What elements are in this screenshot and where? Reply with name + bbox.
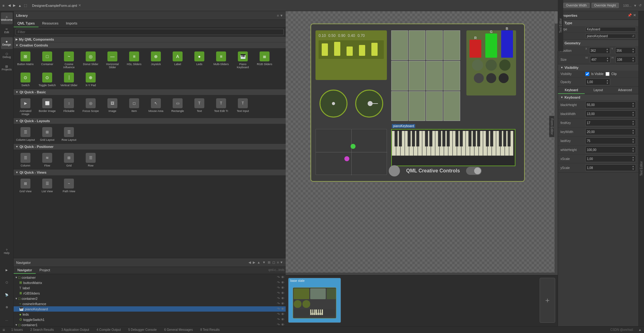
component-leds[interactable]: ● Leds [189, 50, 210, 70]
debug-button[interactable]: ⬡ Debug [1, 50, 13, 61]
tree-item-container[interactable]: ▼ □ container ↷ 👁 [14, 275, 286, 280]
component-cosine-influence[interactable]: ~ Cosine Influence [58, 50, 79, 70]
ts-action-2[interactable]: 👁 [281, 317, 284, 322]
tree-item-cosine-influence[interactable]: ~ cosineInfluence ↷ 👁 [14, 301, 286, 306]
ts-action-1[interactable]: ↷ [277, 317, 280, 322]
container-action-2[interactable]: 👁 [281, 275, 284, 279]
c2-action-2[interactable]: 👁 [281, 296, 284, 300]
rgb-action-2[interactable]: 👁 [281, 291, 284, 295]
visibility-section-header[interactable]: ▼ Visibility [558, 64, 638, 71]
toggle-switch-bottom[interactable] [466, 167, 482, 175]
component-item[interactable]: ◻ Item [124, 96, 145, 117]
keywidth-spin[interactable]: ▲▼ [632, 129, 634, 135]
component-grid-view[interactable]: ⊞ Grid View [15, 177, 36, 194]
component-rgb-sliders[interactable]: ≣ RGB Sliders [254, 50, 275, 70]
tree-item-rgb-sliders[interactable]: ≣ rGBSliders ↷ 👁 [14, 291, 286, 296]
prop-x-value[interactable]: 362 ▲▼ [589, 47, 610, 54]
prop-keywidth-value[interactable]: 20,00 ▲▼ [585, 128, 636, 135]
tab-resources[interactable]: Resources [39, 20, 62, 27]
settings-button[interactable]: ⚙ [1, 301, 13, 313]
library-menu-icon[interactable]: ≡ ▼ [277, 14, 283, 17]
section-qt-quick-layouts[interactable]: ▼ Qt Quick - Layouts [14, 118, 286, 124]
bottom-debug-button[interactable]: ⬡ [1, 277, 13, 288]
status-debugger[interactable]: 5 Debugger Console [127, 328, 158, 331]
component-joystick[interactable]: ⊕ Joystick [145, 50, 166, 70]
container-action-1[interactable]: ↷ [277, 275, 280, 279]
nav-tab-navigator[interactable]: Navigator [14, 267, 36, 274]
component-label[interactable]: A Label [167, 50, 188, 70]
status-arrow-up-icon[interactable]: ▲ [638, 328, 642, 331]
component-donut-slider[interactable]: ◎ Donut Slider [80, 50, 101, 70]
app-menu[interactable]: ≡ [2, 4, 4, 7]
component-list-view[interactable]: ☰ List View [37, 177, 58, 194]
bm-action-1[interactable]: ↷ [277, 281, 280, 285]
c2-action-1[interactable]: ↷ [277, 296, 280, 300]
more-button[interactable]: … [1, 314, 13, 326]
nav-ctrl-up[interactable]: ▲ [257, 260, 261, 264]
text-editor-tab[interactable]: Text Editor [638, 11, 644, 326]
canvas-scrollbar-v[interactable] [555, 11, 558, 273]
component-toggle-switch[interactable]: ⊙ Toggle Switch [37, 71, 58, 88]
component-switch[interactable]: ⊙ Switch [15, 71, 36, 88]
section-qt-quick-views[interactable]: ▼ Qt Quick - Views [14, 170, 286, 175]
leds-action-2[interactable]: 👁 [281, 312, 284, 316]
visibility-checkbox[interactable] [585, 72, 589, 76]
firstkey-spin[interactable]: ▲▼ [632, 120, 634, 126]
projects-button[interactable]: ▤ Projects [1, 62, 13, 74]
component-piano-keyboard[interactable]: 🎹 Piano Keyboard [232, 50, 253, 70]
lbl-action-1[interactable]: ↷ [277, 286, 280, 290]
nav-tab-project[interactable]: Project [36, 267, 54, 274]
component-focus-scope[interactable]: ◎ Focus Scope [80, 96, 101, 117]
tree-item-toggle-switch[interactable]: ⊙ toggleSwitch1 ↷ 👁 [14, 317, 286, 322]
yscale-spin[interactable]: ▲▼ [632, 165, 634, 171]
component-container[interactable]: □ Container [37, 50, 58, 70]
prop-y-value[interactable]: 356 ▲▼ [615, 47, 636, 54]
ci-action-2[interactable]: 👁 [281, 302, 284, 306]
pk-action-2[interactable]: 👁 [281, 307, 284, 311]
prop-tab-layout[interactable]: Layout [585, 87, 611, 94]
component-column-layout[interactable]: ☰ Column Layout [15, 125, 36, 143]
component-flickable[interactable]: ↕ Flickable [58, 96, 79, 117]
nav-ctrl-forward[interactable]: ▶ [253, 260, 255, 264]
clip-checkbox[interactable] [605, 72, 610, 76]
component-xy-pad[interactable]: ⊕ X-Y Pad [80, 71, 101, 88]
tree-item-piano-keyboard[interactable]: 🎹 pianoKeyboard ↷ 👁 [14, 306, 286, 312]
prop-tab-advanced[interactable]: Advanced [612, 87, 638, 94]
nav-up[interactable]: ▲ [18, 4, 21, 7]
prop-id-value[interactable]: pianoKeyboard ↺ [585, 34, 636, 38]
nav-ctrl-add[interactable]: ⊞ [268, 260, 270, 264]
component-column[interactable]: ☰ Column [15, 151, 36, 168]
xscale-spin[interactable]: ▲▼ [632, 156, 634, 162]
override-width-button[interactable]: Override Width [563, 3, 590, 8]
override-height-button[interactable]: Override Height [592, 3, 619, 8]
status-general[interactable]: 6 General Messages [163, 328, 194, 331]
prop-id-reset-icon[interactable]: ↺ [632, 34, 634, 38]
component-grid[interactable]: ⊞ Grid [58, 151, 79, 168]
status-search[interactable]: 2 Search Results [29, 328, 55, 331]
welcome-button[interactable]: ⌂ Welcome [1, 12, 13, 24]
opacity-spin[interactable]: ▲▼ [606, 79, 609, 85]
c1-action-1[interactable]: ↷ [277, 323, 280, 326]
prop-whiteheight-value[interactable]: 100,00 ▲▼ [585, 146, 636, 153]
section-qt-quick-basic[interactable]: ▼ Qt Quick - Basic [14, 89, 286, 95]
prop-xscale-value[interactable]: 1,00 ▲▼ [585, 155, 636, 162]
geometry-section-header[interactable]: ▼ Geometry [558, 40, 638, 46]
base-state-thumb[interactable]: base state [288, 278, 341, 323]
lbl-action-2[interactable]: 👁 [281, 286, 284, 290]
status-menu-icon[interactable]: ≡ [2, 327, 5, 332]
lastkey-spin[interactable]: ▲▼ [632, 138, 634, 144]
pk-action-1[interactable]: ↷ [277, 307, 280, 311]
nav-ctrl-menu[interactable]: ≡ ▼ [277, 260, 283, 264]
nav-forward[interactable]: ▶ [13, 3, 16, 7]
whiteheight-spin[interactable]: ▲▼ [632, 147, 634, 153]
add-state-button[interactable]: + [540, 278, 555, 323]
status-compile[interactable]: 4 Compile Output [95, 328, 122, 331]
status-test[interactable]: 8 Test Results [199, 328, 221, 331]
section-creative-controls[interactable]: ▼ Creative Controls [14, 42, 286, 48]
live-preview-button[interactable]: 📡 [1, 289, 13, 301]
type-section-header[interactable]: ▼ Type [558, 20, 638, 26]
status-app-output[interactable]: 3 Application Output [60, 328, 91, 331]
h-spin[interactable]: ▲▼ [632, 57, 634, 62]
tab-qml-types[interactable]: QML Types [14, 20, 39, 27]
nav-ctrl-view[interactable]: ◻ [272, 260, 275, 264]
